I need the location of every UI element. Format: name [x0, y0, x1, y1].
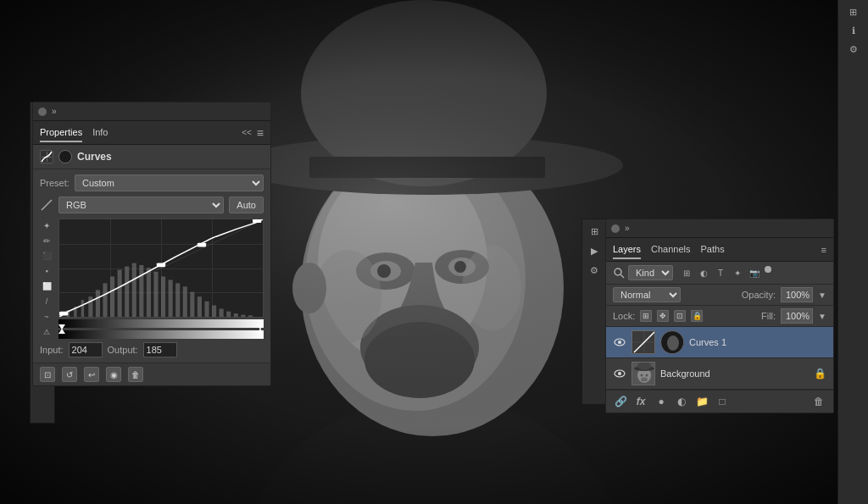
- background-lock-icon: 🔒: [814, 368, 826, 379]
- filter-pixel-icon[interactable]: ⊞: [680, 266, 693, 280]
- curves-layer-icon: [40, 150, 53, 163]
- properties-panel: » Properties Info << ≡ Curves Preset:: [32, 102, 271, 386]
- properties-menu-icon[interactable]: ≡: [257, 126, 264, 140]
- svg-rect-36: [139, 265, 143, 317]
- layers-strip-icon-3[interactable]: ⚙: [586, 262, 603, 279]
- properties-bottom-bar: ⊡ ↺ ↩ ◉ 🗑: [33, 363, 270, 385]
- fill-arrow[interactable]: ▼: [818, 312, 826, 321]
- lock-pixels-button[interactable]: ⊞: [640, 310, 652, 322]
- layers-expand-icon[interactable]: »: [625, 224, 630, 233]
- layer-visibility-background[interactable]: [613, 367, 626, 380]
- properties-collapse-icon[interactable]: <<: [242, 128, 252, 137]
- svg-rect-41: [175, 283, 180, 317]
- properties-expand-icon[interactable]: »: [52, 107, 57, 116]
- new-layer-button[interactable]: □: [715, 394, 730, 409]
- layers-titlebar: »: [606, 219, 833, 238]
- curves-tool-pencil[interactable]: ✏: [40, 234, 53, 247]
- curves1-layer-thumbnail: [632, 330, 655, 354]
- curves1-layer-name: Curves 1: [689, 337, 826, 347]
- layers-strip-play-icon[interactable]: ▶: [586, 242, 603, 259]
- svg-rect-29: [88, 296, 92, 317]
- curves-tool-smooth[interactable]: ~: [40, 310, 53, 324]
- channel-icon-svg: [41, 199, 53, 211]
- svg-rect-53: [59, 312, 68, 316]
- filter-type-icon[interactable]: T: [714, 266, 727, 280]
- reset-button[interactable]: ↩: [84, 367, 99, 382]
- auto-button[interactable]: Auto: [229, 197, 264, 213]
- opacity-input[interactable]: [781, 287, 813, 302]
- svg-rect-30: [96, 290, 100, 317]
- output-black-slider[interactable]: [58, 329, 65, 334]
- layers-strip-icon-1[interactable]: ⊞: [586, 223, 603, 240]
- curves-tool-eyedropper-gray[interactable]: ▪: [40, 264, 53, 278]
- layers-filter-row: Kind ⊞ ◐ T ✦ 📷: [606, 262, 833, 285]
- background-layer-name: Background: [660, 368, 809, 379]
- right-strip-icon-3[interactable]: ⚙: [845, 41, 862, 58]
- curves-icon-svg: [41, 151, 53, 163]
- adjustment-layer-button[interactable]: ◐: [674, 394, 689, 409]
- group-layers-button[interactable]: 📁: [694, 394, 709, 409]
- curves-graph-wrapper: [58, 219, 264, 339]
- tab-properties[interactable]: Properties: [40, 124, 82, 142]
- curves-graph[interactable]: [58, 219, 264, 318]
- curves-warning-icon[interactable]: ⚠: [40, 325, 53, 339]
- right-strip-icon-1[interactable]: ⊞: [845, 3, 862, 20]
- filter-smart-icon[interactable]: 📷: [748, 266, 761, 280]
- curves-tool-eyedropper-black[interactable]: ⬛: [40, 249, 53, 263]
- layers-blend-row: Normal Opacity: ▼: [606, 285, 833, 306]
- kind-select[interactable]: Kind: [628, 265, 673, 280]
- curves-tools: ✦ ✏ ⬛ ▪ ⬜ / ~ ⚠: [40, 219, 55, 339]
- lock-artboard-button[interactable]: ⊡: [674, 310, 686, 322]
- channel-curve-icon: [40, 198, 53, 212]
- link-layers-button[interactable]: 🔗: [613, 394, 628, 409]
- fill-input[interactable]: [781, 308, 813, 324]
- svg-rect-31: [103, 283, 107, 317]
- delete-layer-button[interactable]: 🗑: [811, 394, 826, 409]
- opacity-arrow[interactable]: ▼: [818, 291, 826, 300]
- channel-row: RGB Auto: [40, 197, 264, 213]
- filter-adjustment-icon[interactable]: ◐: [697, 266, 710, 280]
- layer-visibility-curves1[interactable]: [613, 335, 626, 349]
- curves-mask-icon: [58, 150, 72, 163]
- output-gradient-bar: [58, 330, 264, 339]
- input-value-field[interactable]: 204: [69, 342, 103, 357]
- tab-paths[interactable]: Paths: [701, 241, 725, 259]
- lock-move-button[interactable]: ✥: [657, 310, 669, 322]
- properties-close-button[interactable]: [38, 108, 47, 116]
- lock-label: Lock:: [613, 311, 635, 321]
- fx-button[interactable]: fx: [633, 394, 648, 409]
- delete-button[interactable]: 🗑: [128, 367, 143, 382]
- curves-tool-eyedropper-white[interactable]: ⬜: [40, 280, 53, 293]
- svg-point-72: [641, 374, 643, 377]
- svg-rect-46: [212, 306, 216, 317]
- svg-rect-49: [234, 313, 238, 317]
- properties-titlebar: »: [33, 102, 270, 121]
- tab-channels[interactable]: Channels: [651, 241, 690, 259]
- svg-point-74: [641, 378, 648, 382]
- curves-tool-line[interactable]: /: [40, 295, 53, 308]
- layer-item-background[interactable]: Background 🔒: [606, 358, 833, 390]
- tab-info[interactable]: Info: [92, 124, 108, 142]
- lock-all-button[interactable]: 🔒: [691, 310, 703, 322]
- curves-panel-title: Curves: [77, 151, 112, 163]
- right-strip-icon-2[interactable]: ℹ: [845, 22, 862, 39]
- curves1-mask-svg: [661, 331, 684, 354]
- curves-tool-point[interactable]: ✦: [40, 219, 53, 232]
- layers-close-button[interactable]: [611, 224, 620, 233]
- svg-rect-32: [110, 276, 114, 317]
- view-previous-button[interactable]: ↺: [62, 367, 77, 382]
- output-value-field[interactable]: 185: [143, 342, 177, 357]
- toggle-visibility-button[interactable]: ◉: [106, 367, 121, 382]
- fill-label: Fill:: [761, 311, 776, 321]
- blend-mode-select[interactable]: Normal: [613, 287, 681, 302]
- output-white-slider[interactable]: [257, 329, 264, 334]
- clip-to-layer-button[interactable]: ⊡: [40, 367, 55, 382]
- tab-layers[interactable]: Layers: [613, 241, 641, 259]
- add-mask-button[interactable]: ●: [654, 394, 669, 409]
- svg-rect-44: [198, 296, 202, 317]
- channel-select[interactable]: RGB: [58, 197, 224, 213]
- layer-item-curves1[interactable]: Curves 1: [606, 327, 833, 358]
- layers-menu-button[interactable]: ≡: [821, 245, 826, 255]
- preset-select[interactable]: Custom: [75, 174, 264, 191]
- filter-shape-icon[interactable]: ✦: [731, 266, 744, 280]
